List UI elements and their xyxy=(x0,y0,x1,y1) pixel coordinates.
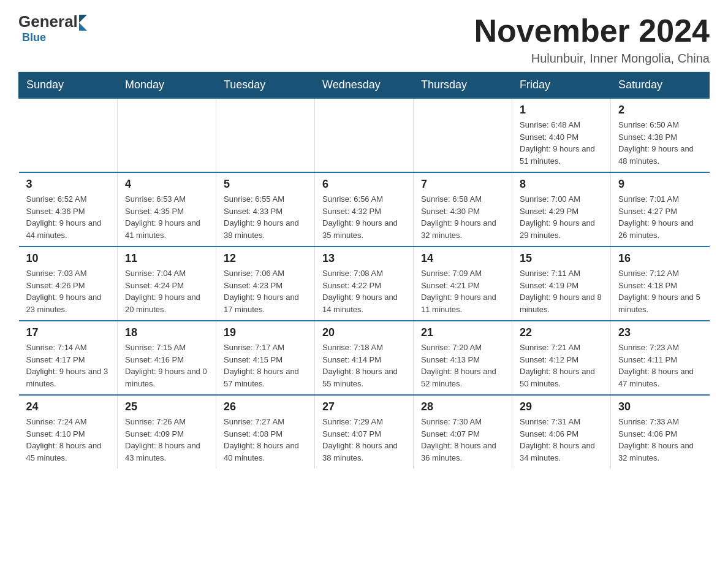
weekday-header-thursday: Thursday xyxy=(414,72,512,99)
day-info: Sunrise: 7:18 AM Sunset: 4:14 PM Dayligh… xyxy=(322,342,406,389)
day-info: Sunrise: 7:04 AM Sunset: 4:24 PM Dayligh… xyxy=(125,267,208,315)
day-number: 4 xyxy=(125,178,208,191)
calendar-cell: 30Sunrise: 7:33 AM Sunset: 4:06 PM Dayli… xyxy=(611,395,710,469)
calendar-cell xyxy=(118,98,216,172)
day-number: 26 xyxy=(224,400,307,413)
calendar-week-row: 10Sunrise: 7:03 AM Sunset: 4:26 PM Dayli… xyxy=(19,247,710,321)
calendar-cell: 12Sunrise: 7:06 AM Sunset: 4:23 PM Dayli… xyxy=(216,247,315,321)
calendar-cell: 4Sunrise: 6:53 AM Sunset: 4:35 PM Daylig… xyxy=(118,172,216,247)
day-info: Sunrise: 7:33 AM Sunset: 4:06 PM Dayligh… xyxy=(618,416,702,464)
day-number: 14 xyxy=(421,252,504,265)
day-number: 1 xyxy=(520,104,603,117)
calendar-cell: 15Sunrise: 7:11 AM Sunset: 4:19 PM Dayli… xyxy=(512,247,611,321)
calendar-cell: 29Sunrise: 7:31 AM Sunset: 4:06 PM Dayli… xyxy=(512,395,611,469)
calendar-cell: 23Sunrise: 7:23 AM Sunset: 4:11 PM Dayli… xyxy=(611,321,710,395)
logo-general-text: General xyxy=(18,12,78,31)
calendar-cell: 7Sunrise: 6:58 AM Sunset: 4:30 PM Daylig… xyxy=(414,172,512,247)
day-info: Sunrise: 7:20 AM Sunset: 4:13 PM Dayligh… xyxy=(421,342,504,389)
day-number: 2 xyxy=(618,104,702,117)
calendar-cell: 5Sunrise: 6:55 AM Sunset: 4:33 PM Daylig… xyxy=(216,172,315,247)
weekday-header-tuesday: Tuesday xyxy=(216,72,315,99)
day-number: 24 xyxy=(26,400,110,413)
logo: General Blue xyxy=(18,12,87,44)
day-info: Sunrise: 6:52 AM Sunset: 4:36 PM Dayligh… xyxy=(26,193,110,241)
day-number: 17 xyxy=(26,326,110,339)
weekday-header-monday: Monday xyxy=(118,72,216,99)
day-info: Sunrise: 6:50 AM Sunset: 4:38 PM Dayligh… xyxy=(618,119,702,167)
calendar-cell: 24Sunrise: 7:24 AM Sunset: 4:10 PM Dayli… xyxy=(19,395,118,469)
weekday-header-friday: Friday xyxy=(512,72,611,99)
day-info: Sunrise: 7:12 AM Sunset: 4:18 PM Dayligh… xyxy=(618,267,702,315)
calendar-cell: 25Sunrise: 7:26 AM Sunset: 4:09 PM Dayli… xyxy=(118,395,216,469)
day-number: 16 xyxy=(618,252,702,265)
calendar-week-row: 3Sunrise: 6:52 AM Sunset: 4:36 PM Daylig… xyxy=(19,172,710,247)
day-info: Sunrise: 7:21 AM Sunset: 4:12 PM Dayligh… xyxy=(520,342,603,389)
day-info: Sunrise: 6:48 AM Sunset: 4:40 PM Dayligh… xyxy=(520,119,603,167)
month-title: November 2024 xyxy=(474,12,710,49)
day-number: 13 xyxy=(322,252,406,265)
calendar-cell: 18Sunrise: 7:15 AM Sunset: 4:16 PM Dayli… xyxy=(118,321,216,395)
day-info: Sunrise: 7:09 AM Sunset: 4:21 PM Dayligh… xyxy=(421,267,504,315)
calendar-cell: 27Sunrise: 7:29 AM Sunset: 4:07 PM Dayli… xyxy=(315,395,414,469)
day-info: Sunrise: 7:30 AM Sunset: 4:07 PM Dayligh… xyxy=(421,416,504,464)
calendar-table: SundayMondayTuesdayWednesdayThursdayFrid… xyxy=(18,72,710,469)
calendar-cell xyxy=(414,98,512,172)
day-number: 29 xyxy=(520,400,603,413)
day-info: Sunrise: 7:24 AM Sunset: 4:10 PM Dayligh… xyxy=(26,416,110,464)
day-number: 7 xyxy=(421,178,504,191)
day-number: 20 xyxy=(322,326,406,339)
calendar-cell xyxy=(315,98,414,172)
calendar-cell: 3Sunrise: 6:52 AM Sunset: 4:36 PM Daylig… xyxy=(19,172,118,247)
day-info: Sunrise: 7:31 AM Sunset: 4:06 PM Dayligh… xyxy=(520,416,603,464)
calendar-cell: 13Sunrise: 7:08 AM Sunset: 4:22 PM Dayli… xyxy=(315,247,414,321)
day-info: Sunrise: 7:06 AM Sunset: 4:23 PM Dayligh… xyxy=(224,267,307,315)
calendar-cell xyxy=(19,98,118,172)
calendar-cell: 28Sunrise: 7:30 AM Sunset: 4:07 PM Dayli… xyxy=(414,395,512,469)
calendar-cell: 26Sunrise: 7:27 AM Sunset: 4:08 PM Dayli… xyxy=(216,395,315,469)
day-number: 30 xyxy=(618,400,702,413)
day-info: Sunrise: 6:53 AM Sunset: 4:35 PM Dayligh… xyxy=(125,193,208,241)
calendar-cell: 17Sunrise: 7:14 AM Sunset: 4:17 PM Dayli… xyxy=(19,321,118,395)
day-number: 23 xyxy=(618,326,702,339)
day-info: Sunrise: 7:29 AM Sunset: 4:07 PM Dayligh… xyxy=(322,416,406,464)
calendar-week-row: 24Sunrise: 7:24 AM Sunset: 4:10 PM Dayli… xyxy=(19,395,710,469)
day-number: 10 xyxy=(26,252,110,265)
calendar-cell: 2Sunrise: 6:50 AM Sunset: 4:38 PM Daylig… xyxy=(611,98,710,172)
page-header: General Blue November 2024 Hulunbuir, In… xyxy=(18,12,710,66)
day-info: Sunrise: 7:23 AM Sunset: 4:11 PM Dayligh… xyxy=(618,342,702,389)
calendar-week-row: 17Sunrise: 7:14 AM Sunset: 4:17 PM Dayli… xyxy=(19,321,710,395)
weekday-header-row: SundayMondayTuesdayWednesdayThursdayFrid… xyxy=(19,72,710,99)
calendar-cell: 8Sunrise: 7:00 AM Sunset: 4:29 PM Daylig… xyxy=(512,172,611,247)
calendar-cell: 14Sunrise: 7:09 AM Sunset: 4:21 PM Dayli… xyxy=(414,247,512,321)
day-number: 3 xyxy=(26,178,110,191)
calendar-cell: 10Sunrise: 7:03 AM Sunset: 4:26 PM Dayli… xyxy=(19,247,118,321)
day-number: 28 xyxy=(421,400,504,413)
day-number: 15 xyxy=(520,252,603,265)
logo-blue-text: Blue xyxy=(22,31,46,44)
day-info: Sunrise: 7:00 AM Sunset: 4:29 PM Dayligh… xyxy=(520,193,603,241)
day-number: 21 xyxy=(421,326,504,339)
day-number: 22 xyxy=(520,326,603,339)
calendar-cell: 6Sunrise: 6:56 AM Sunset: 4:32 PM Daylig… xyxy=(315,172,414,247)
day-number: 6 xyxy=(322,178,406,191)
calendar-cell: 19Sunrise: 7:17 AM Sunset: 4:15 PM Dayli… xyxy=(216,321,315,395)
day-info: Sunrise: 7:03 AM Sunset: 4:26 PM Dayligh… xyxy=(26,267,110,315)
day-info: Sunrise: 7:14 AM Sunset: 4:17 PM Dayligh… xyxy=(26,342,110,389)
weekday-header-sunday: Sunday xyxy=(19,72,118,99)
weekday-header-saturday: Saturday xyxy=(611,72,710,99)
calendar-cell: 20Sunrise: 7:18 AM Sunset: 4:14 PM Dayli… xyxy=(315,321,414,395)
day-info: Sunrise: 6:58 AM Sunset: 4:30 PM Dayligh… xyxy=(421,193,504,241)
day-number: 27 xyxy=(322,400,406,413)
day-number: 25 xyxy=(125,400,208,413)
day-info: Sunrise: 7:11 AM Sunset: 4:19 PM Dayligh… xyxy=(520,267,603,315)
day-number: 5 xyxy=(224,178,307,191)
calendar-cell xyxy=(216,98,315,172)
weekday-header-wednesday: Wednesday xyxy=(315,72,414,99)
calendar-week-row: 1Sunrise: 6:48 AM Sunset: 4:40 PM Daylig… xyxy=(19,98,710,172)
day-info: Sunrise: 7:17 AM Sunset: 4:15 PM Dayligh… xyxy=(224,342,307,389)
location-subtitle: Hulunbuir, Inner Mongolia, China xyxy=(474,52,710,66)
calendar-cell: 9Sunrise: 7:01 AM Sunset: 4:27 PM Daylig… xyxy=(611,172,710,247)
day-number: 8 xyxy=(520,178,603,191)
day-info: Sunrise: 7:26 AM Sunset: 4:09 PM Dayligh… xyxy=(125,416,208,464)
calendar-cell: 21Sunrise: 7:20 AM Sunset: 4:13 PM Dayli… xyxy=(414,321,512,395)
